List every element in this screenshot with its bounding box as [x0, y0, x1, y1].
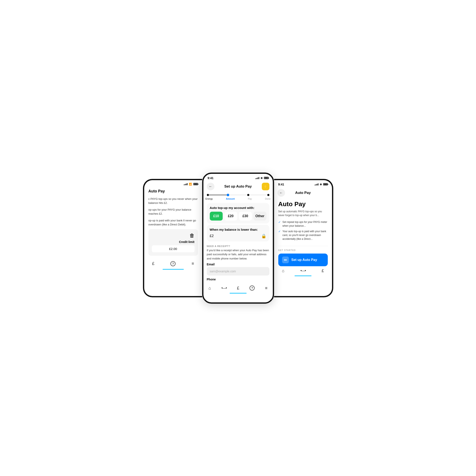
bar2: [185, 184, 186, 185]
left-bottom-nav: £ ? ≡: [144, 259, 202, 270]
lock-icon: 🔒: [261, 234, 266, 238]
nav-pound-icon[interactable]: £: [152, 261, 154, 266]
infinity-icon: ∞: [282, 256, 289, 263]
amount-options: £10 £20 £30 Other: [210, 212, 266, 221]
center-header-title: Set up Auto Pay: [224, 184, 252, 189]
right-nav-graph[interactable]: •—•: [301, 269, 306, 273]
center-status-icons: ⊛: [255, 177, 269, 180]
right-pound-icon: £: [322, 268, 324, 273]
setup-autopay-button[interactable]: ∞ Set up Auto Pay: [278, 254, 328, 266]
right-main-title: Auto Pay: [278, 201, 328, 207]
center-status-bar: 9:41 ⊛: [204, 174, 273, 181]
bar1: [315, 185, 315, 186]
check-list: ✓ Set repeat top-ups for your PAYG meter…: [278, 220, 328, 242]
check-text-1: Set repeat top-ups for your PAYG meter w…: [283, 220, 328, 228]
back-arrow-icon: ←: [209, 185, 212, 188]
receipt-text: If you'd like a receipt when your Auto P…: [207, 248, 269, 261]
lightning-icon: ⚡: [263, 184, 268, 189]
center-battery: [264, 177, 269, 179]
nav-menu-icon[interactable]: ≡: [192, 261, 194, 266]
center-nav-graph[interactable]: •—•: [221, 286, 227, 290]
bar3: [257, 177, 258, 179]
nav-question-icon[interactable]: ?: [170, 261, 175, 266]
center-nav-menu[interactable]: ≡: [265, 286, 268, 290]
center-wifi-icon: ⊛: [260, 177, 263, 180]
balance-title: When my balance is lower than:: [210, 228, 266, 231]
back-button[interactable]: ←: [207, 183, 214, 190]
step-label-amount: Amount: [226, 198, 235, 200]
right-back-button[interactable]: ←: [277, 189, 285, 197]
center-time: 9:41: [208, 176, 214, 180]
check-text-2: Your auto top-up is paid with your bank …: [283, 229, 328, 241]
trash-section: 🗑 Credit limit £2.00: [149, 229, 198, 256]
check-item-1: ✓ Set repeat top-ups for your PAYG meter…: [278, 220, 328, 228]
get-started-label: GET STARTED: [278, 246, 328, 252]
pound-icon: £: [237, 286, 239, 290]
center-nav-pound[interactable]: £: [237, 286, 239, 290]
right-description: Set up automatic PAYG top-ups so you nev…: [278, 210, 328, 217]
step-label-pay: Pay: [248, 198, 252, 200]
bar3: [317, 184, 317, 186]
balance-card: When my balance is lower than: £2 🔒: [207, 225, 269, 241]
phone-label: Phone: [207, 278, 269, 281]
bar4: [318, 183, 319, 186]
setup-btn-text: Set up Auto Pay: [291, 258, 317, 262]
wifi-icon: 📶: [189, 183, 192, 186]
left-phone: 📶 Auto Pay c PAYG top-ups so you never w…: [143, 179, 202, 297]
right-battery: [323, 183, 328, 186]
right-content: Auto Pay Set up automatic PAYG top-ups s…: [274, 198, 332, 266]
topup-card: Auto top-up my account with: £10 £20 £30…: [207, 203, 269, 223]
center-battery-fill: [265, 177, 268, 178]
right-phone: 9:41 ⊛ ← Auto Pay A: [274, 179, 333, 297]
bar2: [316, 184, 316, 186]
steps-indicator: [204, 192, 273, 197]
screen-container: 📶 Auto Pay c PAYG top-ups so you never w…: [111, 172, 365, 304]
left-body1: c PAYG top-ups so you never when your ba…: [149, 197, 198, 205]
amount-btn-20[interactable]: £20: [224, 212, 237, 221]
right-back-arrow-icon: ←: [280, 191, 283, 195]
right-bottom-nav: ⌂ •—• £: [274, 266, 332, 276]
battery-fill: [194, 184, 197, 185]
step-line-1: [209, 195, 227, 195]
center-signal: [255, 177, 259, 179]
step-dot-amount: [227, 194, 229, 196]
right-nav-pound[interactable]: £: [322, 268, 324, 273]
amount-btn-10[interactable]: £10: [210, 212, 223, 221]
right-signal: [315, 183, 319, 186]
steps-labels: Energy Amount Pay Done: [204, 197, 273, 202]
balance-value: £2: [210, 234, 214, 238]
lightning-button[interactable]: ⚡: [262, 183, 269, 190]
checkmark-icon-1: ✓: [278, 220, 281, 228]
right-nav-home[interactable]: ⌂: [282, 268, 284, 273]
battery-icon: [193, 183, 198, 185]
center-header: ← Set up Auto Pay ⚡: [204, 181, 273, 192]
check-item-2: ✓ Your auto top-up is paid with your ban…: [278, 229, 328, 241]
amount-btn-other[interactable]: Other: [254, 212, 266, 221]
receipt-section: NEED A RECEIPT? If you'd like a receipt …: [204, 243, 273, 284]
question-icon: ?: [252, 286, 253, 290]
checkmark-icon-2: ✓: [278, 230, 281, 241]
left-content: Auto Pay c PAYG top-ups so you never whe…: [144, 187, 202, 259]
step-dot-done: [267, 194, 269, 196]
bar3: [186, 184, 187, 185]
bar4: [187, 183, 187, 185]
left-body2: op-ups for your PAYG your balance reache…: [149, 208, 198, 216]
step-label-done: Done: [265, 198, 271, 200]
amount-btn-30[interactable]: £30: [239, 212, 252, 221]
center-nav-question[interactable]: ?: [250, 286, 255, 290]
center-bottom-nav: ⌂ •—• £ ? ≡: [204, 283, 273, 293]
step-dot-energy: [207, 194, 209, 196]
email-input[interactable]: sam@example.com: [207, 267, 269, 275]
receipt-label: NEED A RECEIPT?: [207, 245, 269, 247]
topup-title: Auto top-up my account with:: [210, 206, 266, 210]
trash-icon[interactable]: 🗑: [189, 233, 195, 238]
right-header-title: Auto Pay: [295, 191, 311, 195]
center-nav-home[interactable]: ⌂: [208, 286, 211, 290]
left-title: Auto Pay: [149, 187, 198, 197]
balance-row: £2 🔒: [210, 234, 266, 238]
right-header: ← Auto Pay: [274, 187, 332, 198]
bar2: [256, 178, 257, 179]
left-status-icons: 📶: [184, 183, 198, 186]
step-line-3: [249, 195, 267, 195]
menu-icon: ≡: [265, 286, 268, 290]
